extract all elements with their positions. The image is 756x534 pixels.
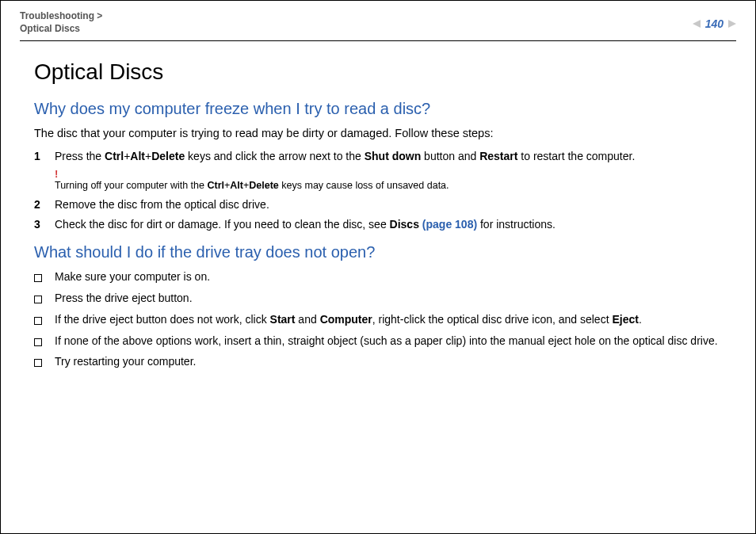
breadcrumb-parent: Troubleshooting > xyxy=(20,10,102,23)
page-title: Optical Discs xyxy=(34,57,730,87)
bullet-icon xyxy=(34,354,55,368)
bullet-icon xyxy=(34,269,55,283)
list-item: If the drive eject button does not work,… xyxy=(34,312,730,327)
prev-page-arrow-icon[interactable] xyxy=(693,20,701,28)
bullet-text: Make sure your computer is on. xyxy=(55,269,210,284)
page-header: Troubleshooting > Optical Discs 140 xyxy=(20,9,736,40)
breadcrumb: Troubleshooting > Optical Discs xyxy=(20,9,102,35)
warning-note: ! Turning off your computer with the Ctr… xyxy=(55,169,730,193)
section1-steps: 1 Press the Ctrl+Alt+Delete keys and cli… xyxy=(34,149,730,232)
step-3: 3 Check the disc for dirt or damage. If … xyxy=(34,217,730,232)
bullet-icon xyxy=(34,312,55,326)
step-text: Press the Ctrl+Alt+Delete keys and click… xyxy=(55,149,730,164)
section2-bullets: Make sure your computer is on. Press the… xyxy=(34,269,730,369)
warning-text: Turning off your computer with the Ctrl+… xyxy=(55,179,730,193)
bullet-text: Try restarting your computer. xyxy=(55,354,196,369)
page-number: 140 xyxy=(705,17,724,32)
step-number: 1 xyxy=(34,149,55,164)
bullet-text: If the drive eject button does not work,… xyxy=(55,312,642,327)
step-text: Remove the disc from the optical disc dr… xyxy=(55,197,730,212)
bullet-text: If none of the above options work, inser… xyxy=(55,334,718,349)
bullet-text: Press the drive eject button. xyxy=(55,291,193,306)
step-number: 3 xyxy=(34,217,55,232)
warning-icon: ! xyxy=(55,169,730,179)
step-text: Check the disc for dirt or damage. If yo… xyxy=(55,217,730,232)
section1-heading: Why does my computer freeze when I try t… xyxy=(34,98,730,120)
header-divider xyxy=(20,40,736,41)
section1-intro: The disc that your computer is trying to… xyxy=(34,126,730,142)
section2-heading: What should I do if the drive tray does … xyxy=(34,242,730,263)
list-item: If none of the above options work, inser… xyxy=(34,334,730,349)
step-2: 2 Remove the disc from the optical disc … xyxy=(34,197,730,212)
page-nav: 140 xyxy=(693,9,736,32)
page-content: Optical Discs Why does my computer freez… xyxy=(20,57,736,369)
list-item: Make sure your computer is on. xyxy=(34,269,730,284)
list-item: Press the drive eject button. xyxy=(34,291,730,306)
list-item: Try restarting your computer. xyxy=(34,354,730,369)
page-link-108[interactable]: (page 108) xyxy=(422,218,477,231)
bullet-icon xyxy=(34,291,55,304)
step-number: 2 xyxy=(34,197,55,212)
breadcrumb-current: Optical Discs xyxy=(20,23,102,36)
bullet-icon xyxy=(34,334,55,347)
document-page: Troubleshooting > Optical Discs 140 Opti… xyxy=(0,0,756,534)
step-1: 1 Press the Ctrl+Alt+Delete keys and cli… xyxy=(34,149,730,164)
next-page-arrow-icon[interactable] xyxy=(728,20,736,28)
